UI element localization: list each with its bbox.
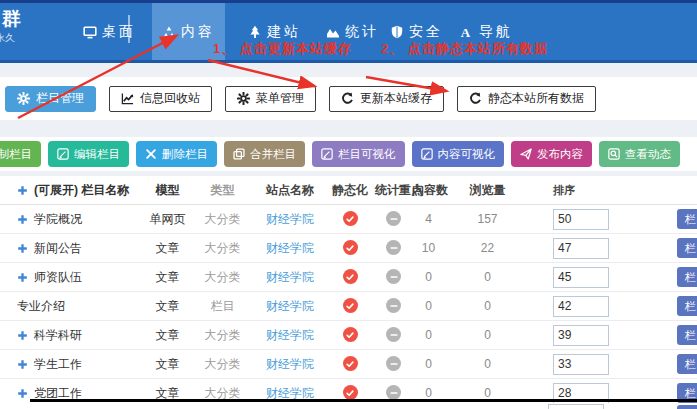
button-label: 删除栏目 — [162, 147, 208, 162]
sort-input[interactable] — [553, 238, 609, 259]
edit-column-button[interactable]: 编辑栏目 — [48, 141, 129, 167]
stat-focus-cell — [375, 327, 412, 343]
sort-input[interactable] — [548, 404, 604, 409]
site-link[interactable]: 财经学院 — [255, 269, 325, 286]
static-all-button[interactable]: 静态本站所有数据 — [457, 86, 596, 112]
info-recycle-button[interactable]: 信息回收站 — [109, 86, 212, 112]
partial-table-row: 栏目 — [0, 403, 697, 409]
app-logo-subtitle: 永久 — [0, 31, 15, 45]
annotation-note-1: 1、 点击更新本站缓存 — [213, 40, 352, 58]
column-action-button[interactable]: 栏目 — [677, 325, 697, 345]
delete-column-button[interactable]: 删除栏目 — [136, 141, 217, 167]
edit-icon — [421, 148, 433, 160]
site-link[interactable]: 财经学院 — [255, 356, 325, 373]
merge-column-button[interactable]: 合并栏目 — [224, 141, 305, 167]
model-cell: 单网页 — [145, 211, 190, 228]
columns-table: (可展开) 栏目名称模型类型站点名称静态化统计重点内容数浏览量排序学院概况单网页… — [0, 176, 697, 408]
expand-icon[interactable] — [17, 359, 28, 370]
gear-icon — [237, 92, 250, 105]
stat-focus-status-icon[interactable] — [386, 240, 401, 255]
sort-input[interactable] — [553, 325, 609, 346]
view-activity-button[interactable]: 查看动态 — [599, 141, 680, 167]
copy-column-button[interactable]: 复制栏目 — [0, 141, 41, 167]
action-buttons: 复制栏目编辑栏目删除栏目合并栏目栏目可视化内容可视化发布内容查看动态 — [0, 141, 680, 167]
static-status-icon[interactable] — [343, 269, 358, 284]
minus-icon — [389, 272, 399, 282]
column-action-button[interactable]: 栏目 — [677, 296, 697, 316]
annotation-note-2: 2、 点击静态本站所有数据 — [381, 40, 548, 58]
static-cell — [325, 298, 375, 314]
stat-focus-status-icon[interactable] — [386, 385, 401, 400]
content-visual-button[interactable]: 内容可视化 — [412, 141, 505, 167]
sort-cell — [530, 354, 697, 375]
stat-focus-status-icon[interactable] — [386, 298, 401, 313]
sort-input[interactable] — [553, 354, 609, 375]
button-label: 内容可视化 — [438, 147, 496, 162]
sort-cell — [530, 238, 697, 259]
screenshot-bottom-border — [30, 399, 697, 402]
site-link[interactable]: 财经学院 — [255, 298, 325, 315]
header-stat-focus: 统计重点 — [375, 182, 412, 199]
copy-icon — [233, 148, 245, 160]
menu-manage-button[interactable]: 菜单管理 — [225, 86, 316, 112]
expand-icon[interactable] — [17, 243, 28, 254]
column-action-button[interactable]: 栏目 — [677, 405, 697, 409]
column-name: 学生工作 — [34, 356, 82, 373]
type-cell: 大分类 — [190, 327, 255, 344]
header-model: 模型 — [145, 182, 190, 199]
minus-icon — [389, 301, 399, 311]
static-status-icon[interactable] — [343, 240, 358, 255]
check-icon — [345, 330, 355, 340]
static-status-icon[interactable] — [343, 327, 358, 342]
minus-icon — [389, 243, 399, 253]
refresh-icon — [341, 92, 354, 105]
views-cell: 0 — [445, 270, 530, 284]
stat-focus-cell — [375, 211, 412, 227]
column-visual-button[interactable]: 栏目可视化 — [312, 141, 405, 167]
stat-focus-status-icon[interactable] — [386, 327, 401, 342]
column-name-cell: 专业介绍 — [0, 298, 145, 315]
minus-icon — [389, 359, 399, 369]
site-link[interactable]: 财经学院 — [255, 327, 325, 344]
model-cell: 文章 — [145, 269, 190, 286]
column-name: 学院概况 — [34, 211, 82, 228]
column-action-button[interactable]: 栏目 — [677, 238, 697, 258]
nav-label: 安全 — [409, 23, 443, 41]
static-status-icon[interactable] — [343, 298, 358, 313]
nav-item-desktop[interactable]: 桌面 — [73, 3, 146, 60]
tree-icon — [248, 25, 262, 39]
stat-focus-status-icon[interactable] — [386, 211, 401, 226]
site-link[interactable]: 财经学院 — [255, 211, 325, 228]
static-cell — [325, 327, 375, 343]
views-cell: 0 — [445, 299, 530, 313]
expand-icon[interactable] — [17, 330, 28, 341]
sort-input[interactable] — [553, 296, 609, 317]
views-cell: 0 — [445, 386, 530, 400]
column-action-button[interactable]: 栏目 — [677, 267, 697, 287]
refresh-cache-button[interactable]: 更新本站缓存 — [329, 86, 444, 112]
expand-icon[interactable] — [17, 388, 28, 399]
recycle-icon — [162, 25, 176, 39]
site-link[interactable]: 财经学院 — [255, 240, 325, 257]
button-label: 更新本站缓存 — [360, 90, 432, 107]
gear-icon — [17, 92, 30, 105]
static-status-icon[interactable] — [343, 385, 358, 400]
content-count-cell: 4 — [412, 212, 445, 226]
sort-input[interactable] — [553, 209, 609, 230]
model-cell: 文章 — [145, 356, 190, 373]
table-row: 师资队伍文章大分类财经学院00栏目 — [0, 263, 697, 292]
publish-content-button[interactable]: 发布内容 — [511, 141, 592, 167]
action-bar: 复制栏目编辑栏目删除栏目合并栏目栏目可视化内容可视化发布内容查看动态 — [0, 137, 697, 171]
column-action-button[interactable]: 栏目 — [677, 354, 697, 374]
static-status-icon[interactable] — [343, 211, 358, 226]
column-action-button[interactable]: 栏目 — [677, 209, 697, 229]
expand-icon[interactable] — [17, 272, 28, 283]
column-manage-button[interactable]: 栏目管理 — [5, 86, 96, 112]
content-count-cell: 0 — [412, 270, 445, 284]
sort-input[interactable] — [553, 267, 609, 288]
stat-focus-cell — [375, 298, 412, 314]
static-status-icon[interactable] — [343, 356, 358, 371]
expand-icon[interactable] — [17, 214, 28, 225]
stat-focus-status-icon[interactable] — [386, 356, 401, 371]
stat-focus-status-icon[interactable] — [386, 269, 401, 284]
